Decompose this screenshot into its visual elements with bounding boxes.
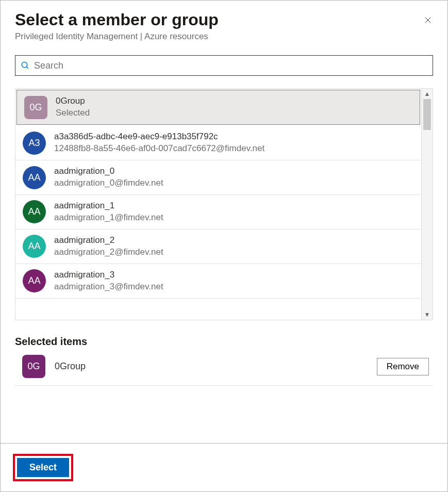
panel-subtitle: Privileged Identity Management | Azure r… [15, 31, 433, 42]
search-icon [21, 61, 30, 70]
member-name: aadmigration_3 [54, 269, 163, 281]
member-text: aadmigration_2aadmigration_2@fimdev.net [54, 235, 163, 258]
member-name: aadmigration_2 [54, 235, 163, 247]
remove-button[interactable]: Remove [377, 358, 429, 375]
member-sub: Selected [56, 107, 90, 119]
avatar: AA [23, 200, 46, 223]
select-button[interactable]: Select [17, 458, 69, 477]
scroll-up-icon[interactable]: ▲ [424, 89, 430, 99]
member-sub: aadmigration_1@fimdev.net [54, 212, 163, 224]
scroll-track[interactable] [422, 99, 433, 309]
member-name: aadmigration_0 [54, 166, 163, 177]
selected-items-section: Selected items 0G0GroupRemove [15, 336, 433, 386]
avatar: 0G [22, 355, 45, 378]
avatar: 0G [24, 96, 47, 119]
avatar: AA [23, 166, 46, 189]
member-row[interactable]: AAaadmigration_3aadmigration_3@fimdev.ne… [15, 264, 421, 299]
member-list: 0G0GroupSelectedA3a3a386d5-adbc-4ee9-aec… [15, 89, 421, 320]
member-name: 0Group [56, 95, 90, 107]
avatar: AA [23, 235, 46, 258]
member-text: aadmigration_3aadmigration_3@fimdev.net [54, 269, 163, 293]
selected-items-list: 0G0GroupRemove [15, 348, 433, 386]
member-sub: aadmigration_2@fimdev.net [54, 247, 163, 258]
member-name: a3a386d5-adbc-4ee9-aec9-e913b35f792c [54, 131, 264, 143]
search-box[interactable] [15, 55, 433, 76]
member-text: a3a386d5-adbc-4ee9-aec9-e913b35f792c1248… [54, 131, 264, 155]
scroll-thumb[interactable] [423, 99, 431, 130]
search-input[interactable] [34, 58, 427, 73]
select-member-panel: Select a member or group Privileged Iden… [0, 0, 448, 492]
member-row[interactable]: AAaadmigration_0aadmigration_0@fimdev.ne… [15, 160, 421, 195]
member-sub: aadmigration_3@fimdev.net [54, 281, 163, 293]
close-button[interactable] [421, 13, 435, 27]
member-text: aadmigration_0aadmigration_0@fimdev.net [54, 166, 163, 189]
select-button-highlight: Select [13, 454, 73, 481]
member-row[interactable]: 0G0GroupSelected [16, 90, 420, 125]
panel-footer: Select [1, 443, 447, 491]
selected-items-title: Selected items [15, 336, 433, 348]
avatar: A3 [23, 132, 46, 155]
svg-point-0 [22, 62, 27, 68]
panel-title: Select a member or group [15, 10, 433, 29]
member-row[interactable]: AAaadmigration_2aadmigration_2@fimdev.ne… [15, 229, 421, 264]
member-name: aadmigration_1 [54, 200, 163, 212]
scroll-down-icon[interactable]: ▼ [424, 309, 430, 320]
member-text: aadmigration_1aadmigration_1@fimdev.net [54, 200, 163, 224]
member-row[interactable]: AAaadmigration_1aadmigration_1@fimdev.ne… [15, 195, 421, 229]
member-row[interactable]: A3a3a386d5-adbc-4ee9-aec9-e913b35f792c12… [15, 126, 421, 160]
panel-header: Select a member or group Privileged Iden… [1, 1, 447, 46]
close-icon [424, 15, 432, 25]
member-list-container: 0G0GroupSelectedA3a3a386d5-adbc-4ee9-aec… [15, 88, 433, 320]
member-sub: 12488fb8-8a55-46e6-af0d-007cad7c6672@fim… [54, 143, 264, 155]
scrollbar[interactable]: ▲ ▼ [421, 89, 433, 320]
member-sub: aadmigration_0@fimdev.net [54, 177, 163, 189]
member-text: 0GroupSelected [56, 95, 90, 119]
panel-body: 0G0GroupSelectedA3a3a386d5-adbc-4ee9-aec… [1, 46, 447, 443]
selected-item-name: 0Group [55, 361, 86, 372]
selected-item-row: 0G0GroupRemove [15, 348, 433, 386]
avatar: AA [23, 269, 46, 292]
